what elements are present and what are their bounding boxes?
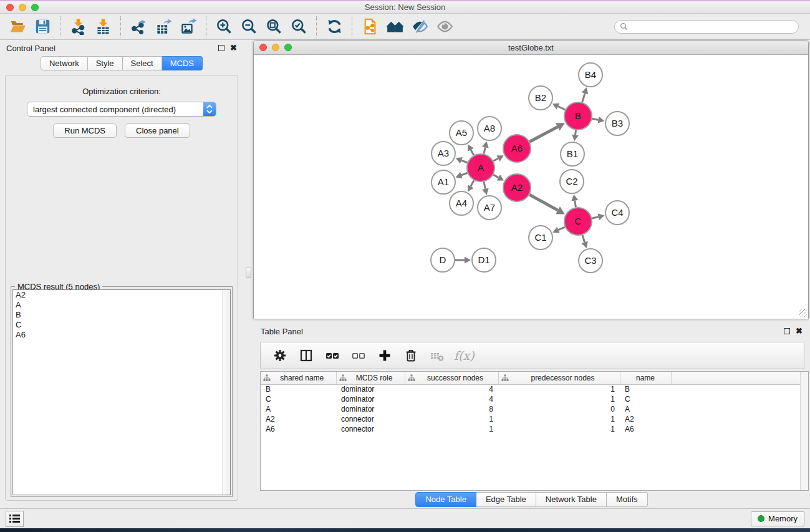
column-header-name[interactable]: name (620, 372, 671, 384)
graph-edge-C-C4[interactable] (592, 217, 598, 218)
show-graphics-details-icon[interactable] (434, 16, 455, 37)
graph-edge-B-B3[interactable] (592, 118, 599, 120)
node-table-cell[interactable]: C (620, 394, 671, 404)
graph-edge-A-A8[interactable] (484, 147, 485, 153)
mcds-result-item[interactable]: A (13, 300, 230, 310)
zoom-selected-icon[interactable] (288, 16, 309, 37)
graph-edge-A6-B[interactable] (529, 127, 557, 142)
create-column-icon[interactable] (374, 345, 395, 366)
mcds-result-list[interactable]: A2ABCA6 (12, 289, 231, 495)
table-settings-icon[interactable] (269, 345, 291, 366)
mcds-result-scrollbar[interactable] (222, 290, 230, 495)
node-table-cell[interactable]: A (620, 404, 671, 414)
graph-edge-B-B2[interactable] (558, 106, 565, 110)
node-table-cell[interactable]: dominator (336, 394, 405, 404)
node-table-row[interactable]: A6connector11A6 (261, 424, 801, 434)
close-panel-icon[interactable]: ✖ (230, 45, 237, 51)
delete-table-icon[interactable] (427, 345, 448, 366)
mcds-result-item[interactable]: A2 (13, 290, 230, 300)
table-float-icon[interactable] (784, 328, 790, 334)
tab-mcds[interactable]: MCDS (162, 56, 203, 70)
node-table-cell[interactable]: dominator (336, 404, 405, 414)
column-header-shared-name[interactable]: shared name (261, 372, 336, 384)
home-layout-icon[interactable] (384, 16, 405, 37)
table-scrollbar[interactable] (800, 372, 808, 490)
float-panel-icon[interactable] (218, 45, 224, 51)
node-table-cell[interactable]: 4 (405, 384, 498, 394)
column-header-mcds-role[interactable]: MCDS role (336, 372, 405, 384)
node-table-cell[interactable]: 4 (405, 394, 498, 404)
node-table-cell[interactable]: A2 (620, 414, 671, 424)
node-table-cell[interactable]: A6 (620, 424, 671, 434)
search-field[interactable] (614, 20, 799, 34)
node-table-cell[interactable]: 1 (498, 414, 620, 424)
graph-edge-A-A6[interactable] (493, 158, 498, 161)
node-table-row[interactable]: Cdominator41C (261, 394, 801, 404)
import-table-icon[interactable] (92, 16, 113, 37)
column-header-predecessor-nodes[interactable]: predecessor nodes (498, 372, 620, 384)
close-panel-button[interactable]: Close panel (125, 123, 190, 138)
task-history-button[interactable] (6, 511, 24, 527)
network-from-clipboard-icon[interactable] (359, 16, 380, 37)
node-table-row[interactable]: Adominator80A (261, 404, 801, 414)
table-close-icon[interactable]: ✖ (796, 328, 803, 334)
hide-panels-icon[interactable] (409, 16, 430, 37)
zoom-fit-icon[interactable] (263, 16, 284, 37)
mcds-result-item[interactable]: B (13, 310, 230, 320)
tab-network[interactable]: Network (41, 56, 88, 70)
tab-style[interactable]: Style (88, 56, 123, 70)
show-column-panel-icon[interactable] (296, 345, 317, 366)
graph-edge-C-C2[interactable] (575, 201, 576, 208)
unselect-all-columns-icon[interactable] (348, 345, 369, 366)
run-mcds-button[interactable]: Run MCDS (53, 123, 117, 138)
node-table-cell[interactable]: 1 (405, 424, 498, 434)
criterion-select[interactable]: largest connected component (directed) (27, 102, 216, 117)
export-network-icon[interactable] (128, 16, 149, 37)
search-input[interactable] (631, 22, 793, 31)
node-table-cell[interactable]: 0 (498, 404, 620, 414)
graph-edge-C-C3[interactable] (582, 235, 585, 243)
tab-edge-table[interactable]: Edge Table (476, 492, 536, 507)
node-table-cell[interactable]: B (620, 384, 671, 394)
function-builder-icon[interactable]: f(x) (454, 349, 475, 362)
node-table-cell[interactable]: A6 (261, 424, 336, 434)
tab-select[interactable]: Select (123, 56, 162, 70)
node-table-cell[interactable]: 1 (405, 414, 498, 424)
node-table-cell[interactable]: 1 (498, 394, 620, 404)
node-table-row[interactable]: Bdominator41B (261, 384, 801, 394)
node-table-cell[interactable]: 1 (498, 424, 620, 434)
tab-motifs[interactable]: Motifs (607, 492, 648, 507)
graph-edge-A-A1[interactable] (461, 173, 468, 175)
mcds-result-item[interactable]: C (13, 320, 230, 330)
select-all-columns-icon[interactable] (322, 345, 343, 366)
network-window-titlebar[interactable]: testGlobe.txt (254, 41, 808, 55)
graph-edge-A2-C[interactable] (529, 195, 557, 210)
save-session-icon[interactable] (32, 16, 53, 37)
mcds-result-item[interactable]: A6 (13, 330, 230, 340)
node-table-cell[interactable]: B (261, 384, 336, 394)
node-table-cell[interactable]: C (261, 394, 336, 404)
vertical-splitter-handle[interactable] (246, 268, 251, 278)
graph-edge-A-A4[interactable] (471, 180, 474, 186)
refresh-icon[interactable] (324, 16, 345, 37)
node-table-cell[interactable]: A (261, 404, 336, 414)
node-table-cell[interactable]: 8 (405, 404, 498, 414)
graph-edge-A-A7[interactable] (484, 181, 485, 188)
zoom-out-icon[interactable] (238, 16, 259, 37)
graph-edge-A-A2[interactable] (493, 175, 498, 177)
graph-edge-B-B1[interactable] (576, 130, 576, 135)
node-table-cell[interactable]: connector (336, 424, 405, 434)
tab-node-table[interactable]: Node Table (415, 492, 476, 507)
delete-columns-icon[interactable] (400, 345, 422, 366)
node-table-cell[interactable]: dominator (336, 384, 405, 394)
export-table-icon[interactable] (153, 16, 174, 37)
node-table-cell[interactable]: connector (336, 414, 405, 424)
column-header-successor-nodes[interactable]: successor nodes (405, 372, 498, 384)
window-resize-grip[interactable] (799, 309, 808, 317)
graph-edge-A-A5[interactable] (471, 150, 474, 155)
tab-network-table[interactable]: Network Table (536, 492, 607, 507)
export-image-icon[interactable] (178, 16, 199, 37)
graph-edge-B-B4[interactable] (582, 94, 585, 102)
node-table-row[interactable]: A2connector11A2 (261, 414, 801, 424)
graph-edge-C-C1[interactable] (558, 227, 564, 230)
